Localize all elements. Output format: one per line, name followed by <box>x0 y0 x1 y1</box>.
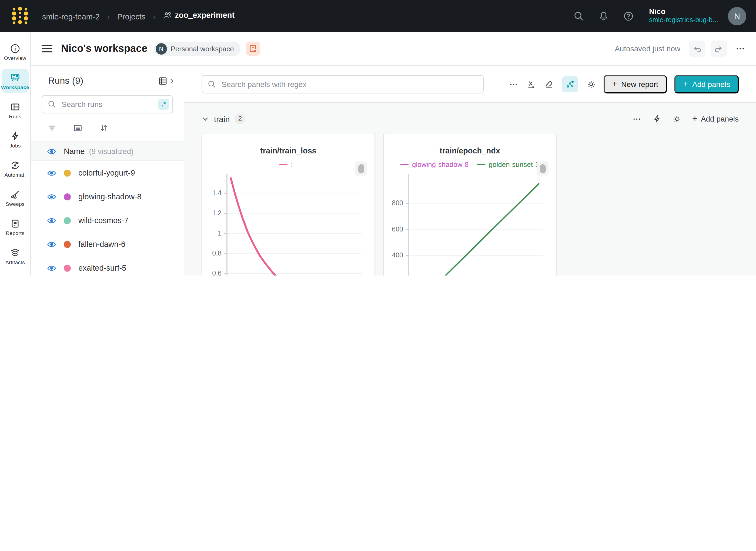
panel-count-badge: 2 <box>235 113 245 124</box>
train-loss-chart: 0.40.60.811.21.402004006008001kStep <box>204 171 372 276</box>
runs-table-icon <box>158 76 168 86</box>
visibility-eye-icon[interactable] <box>47 192 56 201</box>
svg-text:0.8: 0.8 <box>212 249 222 257</box>
settings-gear-icon[interactable] <box>586 79 596 89</box>
run-name[interactable]: exalted-surf-5 <box>78 263 126 272</box>
quick-add-bolt-icon[interactable] <box>652 114 662 123</box>
run-name[interactable]: glowing-shadow-8 <box>78 192 141 201</box>
autosave-status: Autosaved just now <box>615 44 680 53</box>
breadcrumb-team[interactable]: smle-reg-team-2 <box>42 12 100 21</box>
sidebar-item-runs[interactable]: Runs <box>2 98 29 122</box>
panel-drag-handle-icon[interactable] <box>355 161 367 175</box>
reset-workspace-button[interactable] <box>246 42 260 56</box>
regex-toggle[interactable]: .* <box>158 99 169 110</box>
visibility-eye-icon[interactable] <box>47 263 56 272</box>
legend-item: glowing-shadow-8 <box>401 160 469 168</box>
filter-icon[interactable] <box>47 123 57 133</box>
more-options-icon[interactable] <box>632 114 642 123</box>
sidebar-item-sweeps[interactable]: Sweeps <box>2 185 29 209</box>
section-settings-gear-icon[interactable] <box>672 114 681 123</box>
breadcrumb-projects[interactable]: Projects <box>117 12 146 21</box>
chart-title: train/epoch_ndx <box>384 146 556 155</box>
x-axis-settings-icon[interactable] <box>526 79 536 89</box>
svg-text:800: 800 <box>392 199 403 207</box>
add-panels-link[interactable]: +Add panels <box>692 114 739 123</box>
workspace-title: Nico's workspace <box>61 43 147 55</box>
epoch-ndx-chart: 20040060080002004006008001kStep <box>386 171 554 276</box>
user-team-link[interactable]: smle-registries-bug-b... <box>649 16 718 25</box>
notifications-bell-icon[interactable] <box>598 11 609 21</box>
panel-search-input[interactable] <box>221 79 478 89</box>
panel-drag-handle-icon[interactable] <box>536 161 548 175</box>
redo-button[interactable] <box>711 40 727 57</box>
visibility-eye-icon[interactable] <box>47 216 56 225</box>
workspace-owner-badge[interactable]: N Personal workspace <box>154 41 241 56</box>
svg-text:1.2: 1.2 <box>212 209 222 216</box>
sidebar-item-label: Automat. <box>4 172 26 178</box>
reports-icon <box>10 218 21 229</box>
reset-panels-icon <box>249 44 257 53</box>
chevron-right-icon <box>168 78 175 84</box>
group-list-icon[interactable] <box>73 123 83 133</box>
breadcrumb-separator: › <box>107 12 110 21</box>
user-menu[interactable]: Nico smle-registries-bug-b... <box>649 7 718 25</box>
panel-layout-icon[interactable] <box>544 79 553 89</box>
svg-text:1: 1 <box>218 229 222 237</box>
toggle-all-visibility-eye-icon[interactable] <box>47 147 56 156</box>
runs-icon <box>10 101 21 112</box>
wandb-logo-icon[interactable] <box>10 6 30 26</box>
run-color-dot <box>64 193 71 200</box>
run-name[interactable]: fallen-dawn-6 <box>78 240 125 248</box>
redo-icon <box>714 44 724 53</box>
runs-name-header: Name (9 visualized) <box>31 141 184 161</box>
more-options-icon[interactable] <box>509 80 518 89</box>
help-icon[interactable] <box>623 11 634 21</box>
expand-runs-table-button[interactable] <box>158 76 175 86</box>
visibility-eye-icon[interactable] <box>47 239 56 249</box>
top-bar: smle-reg-team-2 › Projects › zoo_experim… <box>0 0 756 32</box>
new-report-button[interactable]: + New report <box>603 75 667 93</box>
chart-legend: : - <box>202 160 374 168</box>
hamburger-menu-icon[interactable] <box>42 45 52 52</box>
avatar[interactable]: N <box>728 7 746 25</box>
section-title: train <box>214 114 230 123</box>
plus-icon: + <box>683 79 689 89</box>
panels-toolbar: + New report + Add panels <box>184 66 756 103</box>
visualized-count: (9 visualized) <box>89 147 133 155</box>
breadcrumb-project[interactable]: zoo_experiment <box>163 11 235 19</box>
sort-icon[interactable] <box>99 123 109 133</box>
sidebar-item-label: Sweeps <box>6 201 25 207</box>
section-train: train 2 +Add panels <box>202 103 739 276</box>
run-row[interactable]: glowing-shadow-8 <box>31 185 184 208</box>
run-name[interactable]: colorful-yogurt-9 <box>78 168 135 177</box>
more-options-icon[interactable] <box>735 44 745 53</box>
sidebar-item-workspace[interactable]: Workspace <box>2 69 29 93</box>
search-icon[interactable] <box>574 11 584 21</box>
sidebar-item-jobs[interactable]: Jobs <box>2 127 29 151</box>
run-name[interactable]: wild-cosmos-7 <box>78 216 128 225</box>
collapse-section-chevron-down-icon[interactable] <box>202 115 209 123</box>
sidebar-item-automat[interactable]: Automat. <box>2 156 29 180</box>
run-row[interactable]: fallen-dawn-6 <box>31 232 184 256</box>
sidebar-item-overview[interactable]: Overview <box>2 39 29 64</box>
sidebar-item-artifacts[interactable]: Artifacts <box>2 243 29 268</box>
breadcrumb-separator: › <box>153 12 155 21</box>
run-row[interactable]: exalted-surf-5 <box>31 256 184 276</box>
add-panels-button[interactable]: + Add panels <box>674 75 739 93</box>
plus-icon: + <box>612 79 618 89</box>
run-row[interactable]: wild-cosmos-7 <box>31 208 184 232</box>
user-name: Nico <box>649 7 718 16</box>
undo-button[interactable] <box>689 40 705 57</box>
wandb-app: smle-reg-team-2 › Projects › zoo_experim… <box>0 0 756 276</box>
run-row[interactable]: colorful-yogurt-9 <box>31 161 184 185</box>
visibility-eye-icon[interactable] <box>47 168 56 177</box>
workspace-icon <box>10 72 21 83</box>
runs-search-input[interactable] <box>60 99 154 109</box>
artifacts-icon <box>10 247 21 258</box>
run-color-dot <box>64 241 71 248</box>
sidebar-item-reports[interactable]: Reports <box>2 214 29 239</box>
name-column-header: Name <box>64 147 84 155</box>
automations-icon <box>10 160 21 171</box>
undo-icon <box>692 44 702 53</box>
scatter-plot-icon[interactable] <box>562 76 578 92</box>
